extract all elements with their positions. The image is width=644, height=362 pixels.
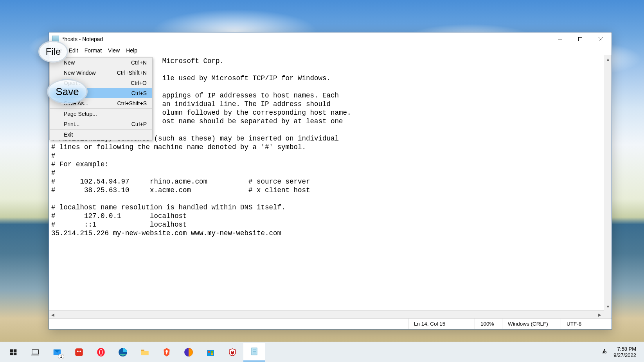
scroll-up-icon[interactable]: ▲ (604, 55, 612, 63)
menu-item-label: Exit (64, 131, 147, 138)
app-icon-red (74, 347, 85, 358)
taskbar-app-1[interactable] (68, 343, 90, 362)
statusbar: Ln 14, Col 15 100% Windows (CRLF) UTF-8 (49, 318, 612, 329)
menu-item-label: Page Setup... (64, 111, 147, 117)
taskbar-notepad[interactable] (243, 343, 265, 362)
mail-badge: 1 (58, 354, 64, 359)
maximize-button[interactable] (570, 32, 590, 46)
menu-item-label: Open... (64, 80, 131, 86)
menu-item-label: New Window (64, 70, 117, 76)
taskbar-mail[interactable]: 1 (46, 343, 68, 362)
task-view-button[interactable] (24, 343, 46, 362)
task-view-icon (30, 347, 41, 358)
titlebar[interactable]: *hosts - Notepad (49, 32, 612, 46)
notepad-taskbar-icon (249, 346, 260, 357)
menu-format[interactable]: Format (81, 47, 105, 54)
menu-item-shortcut: Ctrl+Shift+N (117, 70, 147, 76)
start-button[interactable] (2, 343, 24, 362)
menu-item-shortcut: Ctrl+Shift+S (117, 100, 147, 106)
file-menu-dropdown: NewCtrl+NNew WindowCtrl+Shift+NOpen...Ct… (49, 57, 153, 140)
scroll-corner (604, 310, 612, 318)
file-menu-item-page-setup[interactable]: Page Setup... (50, 108, 152, 119)
menu-item-label: Print... (64, 121, 131, 127)
notepad-icon (52, 36, 59, 43)
file-menu-item-new[interactable]: NewCtrl+N (50, 58, 152, 68)
file-menu-item-save[interactable]: SaveCtrl+S (50, 88, 152, 98)
svg-rect-21 (207, 350, 214, 356)
taskbar-opera[interactable] (90, 343, 112, 362)
svg-rect-8 (32, 349, 39, 354)
scroll-down-icon[interactable]: ▼ (604, 303, 612, 310)
svg-rect-1 (579, 38, 582, 41)
file-menu-item-print[interactable]: Print...Ctrl+P (50, 119, 152, 129)
tray-input-icon[interactable] (601, 348, 608, 356)
menu-item-shortcut: Ctrl+N (131, 59, 147, 66)
scroll-right-icon[interactable]: ▶ (596, 311, 604, 318)
menu-view[interactable]: View (105, 47, 123, 54)
status-encoding: UTF-8 (561, 319, 612, 329)
file-menu-item-open[interactable]: Open...Ctrl+O (50, 78, 152, 88)
taskbar-explorer[interactable] (134, 343, 156, 362)
svg-rect-7 (14, 352, 17, 355)
brave-icon (161, 347, 172, 358)
menu-item-shortcut: Ctrl+P (131, 121, 147, 127)
store-icon (205, 347, 216, 358)
taskbar-edge[interactable] (112, 343, 134, 362)
menu-item-shortcut: Ctrl+O (131, 80, 147, 86)
taskbar-mcafee[interactable] (221, 343, 243, 362)
firefox-icon (183, 347, 194, 358)
menu-item-shortcut: Ctrl+S (131, 90, 147, 96)
svg-rect-24 (208, 353, 210, 355)
menu-item-label: Save (64, 90, 131, 96)
svg-rect-6 (10, 352, 13, 355)
menu-item-label: Save As... (64, 100, 117, 106)
window-title: *hosts - Notepad (62, 36, 103, 42)
file-menu-item-save-as[interactable]: Save As...Ctrl+Shift+S (50, 98, 152, 108)
status-line-ending: Windows (CRLF) (502, 319, 561, 329)
taskbar-firefox[interactable] (178, 343, 200, 362)
menu-edit[interactable]: Edit (66, 47, 81, 54)
clock-date: 9/27/2022 (613, 352, 636, 358)
svg-rect-12 (75, 348, 83, 356)
close-button[interactable] (590, 32, 611, 46)
taskbar-brave[interactable] (156, 343, 178, 362)
menu-help[interactable]: Help (123, 47, 140, 54)
system-tray[interactable]: 7:58 PM 9/27/2022 (595, 346, 642, 358)
svg-rect-19 (141, 349, 144, 351)
file-menu-item-new-window[interactable]: New WindowCtrl+Shift+N (50, 68, 152, 78)
windows-icon (8, 347, 19, 358)
svg-point-14 (79, 350, 81, 352)
taskbar-clock[interactable]: 7:58 PM 9/27/2022 (613, 346, 636, 358)
svg-rect-5 (14, 349, 17, 352)
svg-rect-22 (208, 351, 210, 353)
minimize-button[interactable] (550, 32, 570, 46)
menubar: File Edit Format View Help (49, 46, 612, 55)
status-zoom: 100% (475, 319, 502, 329)
mcafee-icon (227, 347, 238, 358)
opera-icon (95, 347, 106, 358)
clock-time: 7:58 PM (613, 346, 636, 352)
menu-file[interactable]: File (50, 47, 66, 54)
status-position: Ln 14, Col 15 (408, 319, 475, 329)
file-menu-item-exit[interactable]: Exit (50, 129, 152, 140)
menu-item-label: New (64, 59, 131, 66)
vertical-scrollbar[interactable]: ▲ ▼ (604, 55, 612, 310)
taskbar: 1 (0, 342, 644, 362)
folder-icon (139, 347, 150, 358)
svg-rect-25 (211, 353, 213, 355)
svg-point-17 (100, 349, 102, 355)
taskbar-store[interactable] (200, 343, 221, 362)
horizontal-scrollbar[interactable]: ◀ ▶ (49, 310, 604, 318)
svg-rect-23 (211, 351, 213, 353)
svg-point-30 (604, 351, 606, 353)
edge-icon (117, 347, 128, 358)
svg-rect-4 (10, 349, 13, 352)
scroll-left-icon[interactable]: ◀ (49, 311, 57, 318)
svg-point-13 (77, 350, 79, 352)
